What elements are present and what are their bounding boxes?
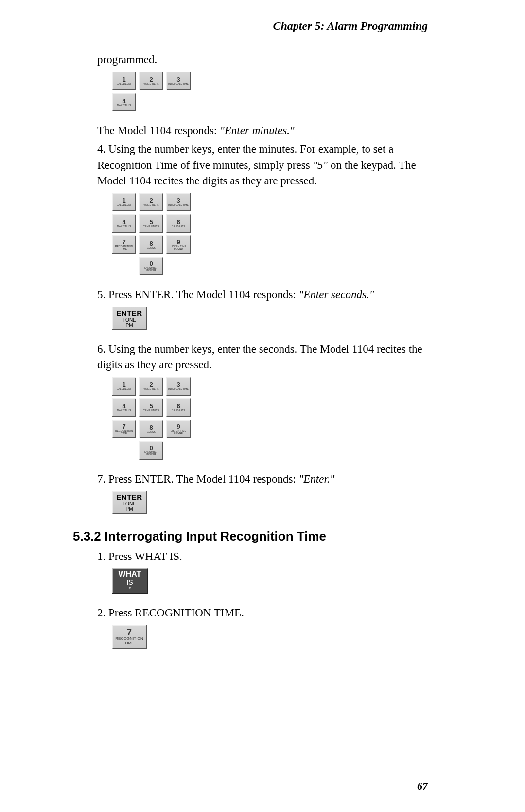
key-0: 0ID NUMBER POWER [139,257,163,275]
paragraph-responds-minutes: The Model 1104 responds: "Enter minutes.… [97,123,428,139]
page-number: 67 [417,780,428,793]
enter-key-illustration-1: ENTER TONE PM [112,307,428,330]
quoted-text: "Enter minutes." [220,125,294,137]
key-2: 2VOICE REPS [139,193,163,211]
key-5: 5TEMP LIMITS [139,214,163,233]
key-1: 1CALL DELAY [112,72,136,90]
key-6: 6CALIBRATE [166,214,191,233]
chapter-header: Chapter 5: Alarm Programming [73,19,428,33]
key-4: 4MAX CALLS [112,398,136,417]
paragraph-programmed: programmed. [97,52,428,68]
key-8: 8CLOCK [139,420,163,438]
key-6: 6CALIBRATE [166,398,191,417]
quoted-text: "Enter seconds." [299,289,374,301]
key-9: 9LISTEN TIME SOUND [166,420,191,438]
quoted-text: "5" [313,159,328,171]
key-0: 0ID NUMBER POWER [139,441,163,460]
enter-key-illustration-2: ENTER TONE PM [112,491,428,514]
key-4: 4MAX CALLS [112,93,136,111]
key-3: 3INTERCALL TIME [166,377,191,396]
key-9: 9LISTEN TIME SOUND [166,235,191,254]
keypad-illustration-1: 1CALL DELAY 2VOICE REPS 3INTERCALL TIME … [112,72,428,111]
step-6: 6. Using the number keys, enter the seco… [97,342,428,373]
key-7-recognition-time: 7 RECOGNITION TIME [112,625,147,649]
key-7-illustration: 7 RECOGNITION TIME [112,625,428,649]
key-8: 8CLOCK [139,235,163,254]
key-enter: ENTER TONE PM [112,307,147,330]
key-7: 7RECOGNITION TIME [112,235,136,254]
key-enter: ENTER TONE PM [112,491,147,514]
key-1: 1CALL DELAY [112,193,136,211]
key-3: 3INTERCALL TIME [166,193,191,211]
section-heading-5-3-2: 5.3.2 Interrogating Input Recognition Ti… [73,529,428,544]
key-4: 4MAX CALLS [112,214,136,233]
text: 7. Press ENTER. The Model 1104 responds: [97,473,299,485]
key-2: 2VOICE REPS [139,377,163,396]
quoted-text: "Enter." [299,473,335,485]
key-3: 3INTERCALL TIME [166,72,191,90]
key-7: 7RECOGNITION TIME [112,420,136,438]
keypad-illustration-full-1: 1CALL DELAY 2VOICE REPS 3INTERCALL TIME … [112,193,428,275]
s532-step-2: 2. Press RECOGNITION TIME. [97,605,428,621]
step-4: 4. Using the number keys, enter the minu… [97,142,428,189]
key-what-is: WHAT IS * [112,568,148,594]
s532-step-1: 1. Press WHAT IS. [97,549,428,564]
key-5: 5TEMP LIMITS [139,398,163,417]
step-7: 7. Press ENTER. The Model 1104 responds:… [97,471,428,487]
key-1: 1CALL DELAY [112,377,136,396]
step-5: 5. Press ENTER. The Model 1104 responds:… [97,287,428,303]
text: The Model 1104 responds: [97,125,220,137]
keypad-illustration-full-2: 1CALL DELAY 2VOICE REPS 3INTERCALL TIME … [112,377,428,460]
text: 5. Press ENTER. The Model 1104 responds: [97,289,299,301]
key-2: 2VOICE REPS [139,72,163,90]
what-is-key-illustration: WHAT IS * [112,568,428,594]
